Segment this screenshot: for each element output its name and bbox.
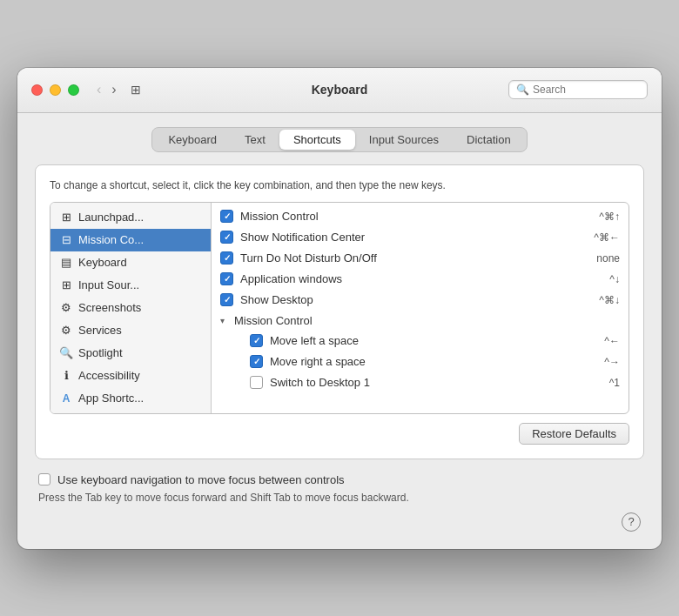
accessibility-icon: ℹ — [59, 369, 73, 383]
shortcut-name-show-desktop: Show Desktop — [240, 293, 592, 306]
nav-hint: Press the Tab key to move focus forward … — [38, 492, 641, 504]
checkbox-show-desktop[interactable] — [220, 293, 233, 306]
shortcuts-list: Mission Control ^⌘↑ Show Notification Ce… — [212, 203, 629, 413]
input-sources-icon: ⊞ — [59, 278, 73, 292]
shortcut-key-show-desktop: ^⌘↓ — [599, 294, 620, 306]
sidebar-label-mission-control: Mission Co... — [78, 233, 144, 246]
tab-input-sources[interactable]: Input Sources — [355, 130, 453, 150]
checkbox-turn-dnd[interactable] — [220, 251, 233, 264]
tab-bar: Keyboard Text Shortcuts Input Sources Di… — [35, 127, 644, 152]
sidebar-label-spotlight: Spotlight — [78, 346, 123, 359]
sidebar-item-app-shortcuts[interactable]: A App Shortc... — [50, 387, 211, 410]
shortcut-key-move-left: ^← — [604, 335, 620, 347]
launchpad-icon: ⊞ — [59, 211, 73, 224]
restore-btn-row: Restore Defaults — [50, 423, 629, 445]
tab-group: Keyboard Text Shortcuts Input Sources Di… — [151, 127, 527, 152]
sidebar-label-input-sources: Input Sour... — [78, 278, 139, 291]
window-title: Keyboard — [312, 83, 368, 97]
search-icon: 🔍 — [516, 84, 529, 96]
mission-control-icon: ⊟ — [59, 233, 73, 247]
sidebar-label-keyboard: Keyboard — [78, 256, 127, 269]
shortcut-item-move-left: Move left a space ^← — [212, 331, 629, 352]
sidebar-list: ⊞ Launchpad... ⊟ Mission Co... ▤ Keyboar… — [50, 203, 212, 413]
spotlight-icon: 🔍 — [59, 346, 73, 360]
tab-text[interactable]: Text — [231, 130, 279, 150]
shortcut-name-move-left: Move left a space — [270, 334, 597, 347]
nav-buttons: ‹ › — [93, 80, 120, 99]
search-box[interactable]: 🔍 — [508, 80, 648, 99]
shortcut-key-turn-dnd: none — [596, 252, 620, 264]
tab-shortcuts[interactable]: Shortcuts — [279, 130, 355, 150]
shortcut-group-mission-control[interactable]: ▾ Mission Control — [212, 311, 629, 331]
sidebar-item-mission-control[interactable]: ⊟ Mission Co... — [50, 229, 211, 251]
shortcut-item-app-windows: Application windows ^↓ — [212, 269, 629, 290]
checkbox-mission-control[interactable] — [220, 210, 233, 223]
main-window: ‹ › ⊞ Keyboard 🔍 Keyboard Text Shortcuts… — [17, 68, 662, 549]
group-name-mission-control: Mission Control — [234, 314, 313, 327]
shortcut-name-switch-desktop: Switch to Desktop 1 — [270, 376, 602, 389]
sidebar-item-screenshots[interactable]: ⚙ Screenshots — [50, 297, 211, 319]
checkbox-move-left[interactable] — [250, 334, 263, 347]
app-shortcuts-icon: A — [59, 392, 73, 405]
sidebar-item-accessibility[interactable]: ℹ Accessibility — [50, 365, 211, 387]
restore-defaults-button[interactable]: Restore Defaults — [519, 423, 629, 445]
close-button[interactable] — [31, 84, 43, 96]
help-button-row: ? — [35, 504, 644, 532]
help-button[interactable]: ? — [622, 512, 641, 532]
shortcut-name-mission-control: Mission Control — [240, 210, 592, 223]
tab-keyboard[interactable]: Keyboard — [154, 130, 231, 150]
panel-body: ⊞ Launchpad... ⊟ Mission Co... ▤ Keyboar… — [50, 202, 629, 414]
nav-checkbox-label: Use keyboard navigation to move focus be… — [57, 473, 345, 486]
tab-dictation[interactable]: Dictation — [453, 130, 525, 150]
checkbox-app-windows[interactable] — [220, 272, 233, 285]
sidebar-item-input-sources[interactable]: ⊞ Input Sour... — [50, 274, 211, 297]
nav-checkbox[interactable] — [38, 473, 50, 485]
shortcut-item-show-desktop: Show Desktop ^⌘↓ — [212, 290, 629, 311]
shortcut-key-mission-control: ^⌘↑ — [599, 211, 620, 223]
titlebar: ‹ › ⊞ Keyboard 🔍 — [17, 68, 662, 113]
sidebar-item-launchpad[interactable]: ⊞ Launchpad... — [50, 206, 211, 229]
footer-section: Use keyboard navigation to move focus be… — [35, 473, 644, 504]
shortcut-name-show-notification: Show Notification Center — [240, 231, 587, 244]
screenshots-icon: ⚙ — [59, 301, 73, 315]
shortcut-item-mission-control: Mission Control ^⌘↑ — [212, 206, 629, 227]
shortcuts-panel: To change a shortcut, select it, click t… — [35, 164, 644, 459]
sidebar-item-spotlight[interactable]: 🔍 Spotlight — [50, 342, 211, 365]
checkbox-switch-desktop[interactable] — [250, 376, 263, 389]
sidebar-label-launchpad: Launchpad... — [78, 211, 144, 224]
sidebar-item-services[interactable]: ⚙ Services — [50, 319, 211, 342]
back-button[interactable]: ‹ — [93, 80, 104, 99]
shortcut-item-move-right: Move right a space ^→ — [212, 352, 629, 372]
maximize-button[interactable] — [68, 84, 79, 96]
shortcut-item-turn-dnd: Turn Do Not Disturb On/Off none — [212, 248, 629, 269]
traffic-lights — [31, 84, 79, 96]
sidebar-label-app-shortcuts: App Shortc... — [78, 392, 144, 405]
shortcut-key-show-notification: ^⌘← — [594, 231, 620, 244]
shortcut-key-app-windows: ^↓ — [609, 273, 620, 285]
shortcut-item-switch-desktop: Switch to Desktop 1 ^1 — [212, 372, 629, 393]
keyboard-icon: ▤ — [59, 256, 73, 270]
shortcut-key-switch-desktop: ^1 — [609, 377, 620, 389]
services-icon: ⚙ — [59, 324, 73, 338]
forward-button[interactable]: › — [108, 80, 119, 99]
shortcut-name-app-windows: Application windows — [240, 272, 602, 285]
chevron-icon: ▾ — [220, 316, 231, 325]
sidebar-label-services: Services — [78, 324, 122, 337]
search-input[interactable] — [533, 84, 640, 96]
sidebar-label-accessibility: Accessibility — [78, 369, 140, 382]
shortcut-key-move-right: ^→ — [604, 356, 620, 368]
shortcut-name-turn-dnd: Turn Do Not Disturb On/Off — [240, 251, 589, 264]
hint-text: To change a shortcut, select it, click t… — [50, 179, 629, 191]
grid-icon: ⊞ — [131, 83, 141, 97]
shortcut-item-show-notification: Show Notification Center ^⌘← — [212, 227, 629, 248]
sidebar-item-keyboard[interactable]: ▤ Keyboard — [50, 251, 211, 274]
checkbox-move-right[interactable] — [250, 355, 263, 368]
content-area: Keyboard Text Shortcuts Input Sources Di… — [17, 113, 662, 549]
nav-checkbox-row: Use keyboard navigation to move focus be… — [38, 473, 641, 486]
minimize-button[interactable] — [50, 84, 61, 96]
sidebar-label-screenshots: Screenshots — [78, 301, 141, 314]
checkbox-show-notification[interactable] — [220, 231, 233, 244]
shortcut-name-move-right: Move right a space — [270, 355, 597, 368]
